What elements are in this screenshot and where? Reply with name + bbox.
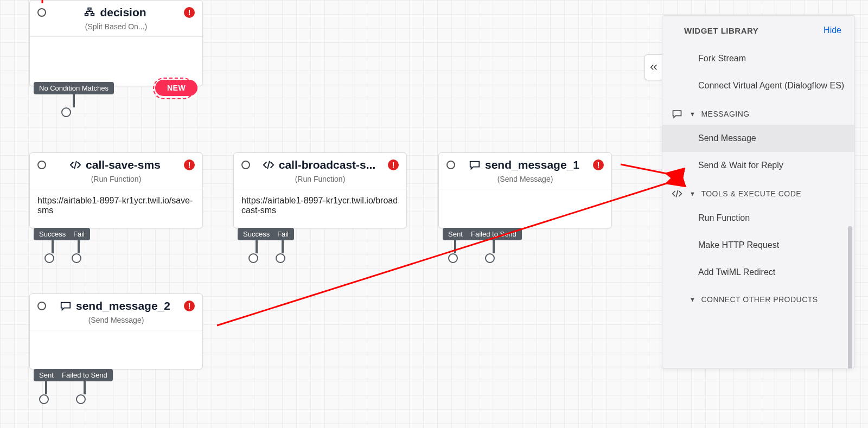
transition-no-condition-matches[interactable]: No Condition Matches [34,82,114,94]
node-subtitle: (Run Function) [234,175,406,189]
panel-collapse-tab[interactable] [644,54,662,80]
svg-rect-0 [88,8,92,10]
connector-dot[interactable] [485,253,495,263]
transition-fail[interactable]: Fail [272,228,294,240]
chat-icon [469,159,481,171]
connector-dot[interactable] [276,253,285,263]
caret-down-icon: ▼ [690,190,695,197]
node-title: decision [100,6,146,19]
chevrons-left-icon [649,62,659,72]
node-body [30,37,202,69]
svg-rect-1 [85,14,88,16]
chat-icon [670,108,684,119]
transition-failed-to-send[interactable]: Failed to Send [465,228,522,240]
library-item-add-twiml-redirect[interactable]: Add TwiML Redirect [662,259,854,286]
drag-handle[interactable] [37,161,46,169]
node-body: https://airtable1-8997-kr1ycr.twil.io/sa… [30,189,202,224]
library-item-connect-virtual-agent[interactable]: Connect Virtual Agent (Dialogflow ES) [662,72,854,99]
node-subtitle: (Run Function) [30,175,202,189]
drag-handle[interactable] [37,302,46,310]
transition-fail[interactable]: Fail [68,228,90,240]
transition-sent[interactable]: Sent [443,228,468,240]
node-title: send_message_2 [76,299,170,312]
transition-failed-to-send[interactable]: Failed to Send [56,369,113,381]
code-icon [263,159,275,171]
node-send-message-2[interactable]: send_message_2 ! (Send Message) [29,293,203,369]
library-item-run-function[interactable]: Run Function [662,205,854,232]
transition-success[interactable]: Success [34,228,71,240]
drag-handle[interactable] [37,8,46,17]
node-body [439,189,611,222]
warning-icon: ! [184,301,195,311]
node-call-broadcast-sms[interactable]: call-broadcast-s... ! (Run Function) htt… [233,152,407,228]
node-body [30,330,202,363]
library-item-fork-stream[interactable]: Fork Stream [662,45,854,72]
node-decision[interactable]: decision ! (Split Based On...) [29,0,203,86]
connector-dot[interactable] [61,107,71,117]
warning-icon: ! [593,159,604,170]
transition-success[interactable]: Success [238,228,275,240]
node-subtitle: (Send Message) [439,175,611,189]
warning-icon: ! [184,159,195,170]
node-subtitle: (Send Message) [30,316,202,330]
library-item-send-message[interactable]: Send Message [662,125,854,152]
section-label: MESSAGING [701,110,749,118]
connector-dot[interactable] [76,394,86,404]
library-item-send-wait-reply[interactable]: Send & Wait for Reply [662,152,854,179]
hide-button[interactable]: Hide [824,25,841,35]
library-item-make-http-request[interactable]: Make HTTP Request [662,232,854,259]
node-body: https://airtable1-8997-kr1ycr.twil.io/br… [234,189,406,224]
drag-handle[interactable] [446,161,455,169]
transition-sent[interactable]: Sent [34,369,59,381]
svg-rect-2 [91,14,94,16]
chat-icon [60,300,72,312]
code-icon [69,159,81,171]
connector-dot[interactable] [448,253,458,263]
node-title: call-save-sms [86,158,161,171]
caret-down-icon: ▼ [690,111,695,117]
code-icon [670,188,684,199]
library-section-connect-other[interactable]: ▼ CONNECT OTHER PRODUCTS [662,285,854,309]
node-title: call-broadcast-s... [279,158,376,171]
widget-library-panel: WIDGET LIBRARY Hide Fork Stream Connect … [662,15,855,369]
caret-down-icon: ▼ [690,296,695,303]
connector-dot[interactable] [248,253,258,263]
section-label: CONNECT OTHER PRODUCTS [701,295,818,304]
node-title: send_message_1 [485,158,579,171]
section-label: TOOLS & EXECUTE CODE [701,189,801,198]
node-call-save-sms[interactable]: call-save-sms ! (Run Function) https://a… [29,152,203,228]
connector-dot[interactable] [72,253,81,263]
warning-icon: ! [388,159,399,170]
scrollbar-thumb[interactable] [848,226,852,368]
node-send-message-1[interactable]: send_message_1 ! (Send Message) [438,152,612,228]
connector-dot[interactable] [39,394,49,404]
node-subtitle: (Split Based On...) [30,22,202,36]
new-condition-button[interactable]: NEW [155,80,197,96]
warning-icon: ! [184,7,195,18]
connector-dot[interactable] [44,253,54,263]
drag-handle[interactable] [241,161,250,169]
library-section-tools[interactable]: ▼ TOOLS & EXECUTE CODE [662,178,854,205]
library-section-messaging[interactable]: ▼ MESSAGING [662,99,854,125]
panel-title: WIDGET LIBRARY [684,26,758,35]
split-icon [84,7,95,18]
